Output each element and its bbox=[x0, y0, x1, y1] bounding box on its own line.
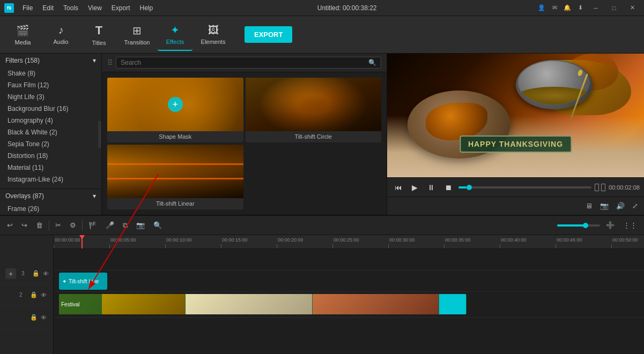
notification-icon[interactable]: 🔔 bbox=[562, 3, 572, 13]
zoom-in-button[interactable]: ➕ bbox=[603, 220, 617, 231]
message-icon[interactable]: ✉ bbox=[550, 3, 559, 13]
filter-distortion[interactable]: Distortion (18) bbox=[0, 150, 101, 162]
prev-button[interactable]: ⏮ bbox=[391, 182, 405, 193]
menu-view[interactable]: View bbox=[84, 3, 106, 13]
mic-button[interactable]: 🎤 bbox=[103, 220, 117, 231]
menu-tools[interactable]: Tools bbox=[59, 3, 83, 13]
effect-shape-mask-thumb: + bbox=[107, 78, 243, 131]
clip-effect-icon: ✦ bbox=[62, 278, 66, 284]
minimize-button[interactable]: ─ bbox=[588, 3, 603, 13]
filter-night-life[interactable]: Night Life (3) bbox=[0, 91, 101, 103]
track-2-lock-icon[interactable]: 🔒 bbox=[30, 291, 38, 298]
fullscreen-icon[interactable]: ⤢ bbox=[631, 200, 640, 212]
pause-button[interactable]: ⏸ bbox=[424, 182, 438, 193]
overlays-header[interactable]: Overlays (87) ▾ bbox=[0, 189, 101, 203]
redo-button[interactable]: ↪ bbox=[19, 220, 30, 231]
ruler-line-1 bbox=[109, 244, 110, 248]
filters-collapse-icon: ▾ bbox=[93, 57, 96, 64]
titlebar-left: f9 File Edit Tools View Export Help bbox=[4, 3, 157, 13]
menu-file[interactable]: File bbox=[18, 3, 37, 13]
playback-controls: ⏮ ▶ ⏸ ⏹ 00:00:02:08 bbox=[387, 177, 644, 197]
preview-video: HAPPY THANKSGIVING bbox=[387, 54, 644, 177]
toolbar-elements[interactable]: 🖼 Elements bbox=[196, 19, 231, 51]
clip-festival[interactable]: Festival bbox=[59, 294, 467, 314]
progress-handle[interactable] bbox=[467, 185, 472, 190]
cut-button[interactable]: ✂ bbox=[53, 220, 64, 231]
effects-label: Effects bbox=[166, 39, 184, 45]
delete-button[interactable]: 🗑 bbox=[33, 220, 46, 231]
ruler-line-5 bbox=[332, 244, 333, 248]
playhead-triangle bbox=[79, 235, 85, 239]
effect-add-icon: + bbox=[168, 97, 183, 112]
track-1-visible-icon[interactable]: 👁 bbox=[41, 314, 47, 321]
track-visible-icon[interactable]: 👁 bbox=[43, 270, 49, 277]
stop-button[interactable]: ⏹ bbox=[441, 182, 455, 193]
snapshot-button[interactable]: 📷 bbox=[134, 220, 147, 231]
filter-black-white[interactable]: Black & White (2) bbox=[0, 126, 101, 138]
track-1-lock-icon[interactable]: 🔒 bbox=[30, 314, 38, 321]
effects-panel: ⠿ 🔍 + Shape Mask Tilt-shift Circle bbox=[102, 54, 387, 215]
filters-header[interactable]: Filters (158) ▾ bbox=[0, 54, 101, 67]
progress-bar[interactable] bbox=[458, 186, 591, 189]
close-button[interactable]: ✕ bbox=[625, 3, 640, 13]
filter-background-blur[interactable]: Background Blur (16) bbox=[0, 103, 101, 115]
toolbar-effects[interactable]: ✦ Effects bbox=[158, 19, 193, 51]
effect-shape-mask[interactable]: + Shape Mask bbox=[107, 78, 243, 142]
toolbar-titles[interactable]: T Titles bbox=[82, 19, 116, 51]
toolbar-media[interactable]: 🎬 Media bbox=[5, 19, 40, 51]
volume-icon[interactable]: 🔊 bbox=[615, 200, 626, 212]
screen-icon[interactable]: 🖥 bbox=[584, 200, 594, 212]
menu-help[interactable]: Help bbox=[136, 3, 158, 13]
ruler-mark-3: 00:00:15:00 bbox=[221, 235, 248, 248]
copy-button[interactable]: ⧉ bbox=[120, 220, 130, 231]
account-icon[interactable]: 👤 bbox=[537, 3, 546, 13]
export-button[interactable]: EXPORT bbox=[245, 26, 292, 43]
panel-collapse-button[interactable]: ◂ bbox=[98, 121, 102, 148]
clip-tilt-shift-linear[interactable]: ✦ Tilt-shift Line bbox=[59, 273, 107, 290]
filter-material[interactable]: Material (11) bbox=[0, 162, 101, 174]
track-2-visible-icon[interactable]: 👁 bbox=[41, 292, 47, 298]
preview-area: HAPPY THANKSGIVING bbox=[387, 54, 644, 177]
effect-tilt-shift-linear[interactable]: Tilt-shift Linear bbox=[107, 145, 243, 209]
ruler-mark-8: 00:00:40:00 bbox=[500, 235, 527, 248]
playhead[interactable] bbox=[82, 235, 83, 248]
effects-toolbar: ⠿ 🔍 bbox=[102, 54, 387, 72]
adjust-button[interactable]: ⚙ bbox=[67, 220, 79, 231]
ruler-line-10 bbox=[611, 244, 612, 248]
effect-tilt-shift-circle-label: Tilt-shift Circle bbox=[246, 131, 382, 142]
zoom-track[interactable] bbox=[557, 224, 600, 227]
filter-shake[interactable]: Shake (8) bbox=[0, 67, 101, 79]
menu-bar: File Edit Tools View Export Help bbox=[18, 3, 157, 13]
search-input[interactable] bbox=[121, 59, 368, 66]
effects-grid: + Shape Mask Tilt-shift Circle Tilt-shif… bbox=[102, 72, 387, 215]
camera-icon[interactable]: 📷 bbox=[598, 200, 610, 212]
add-track-button[interactable]: + bbox=[5, 268, 16, 279]
titles-label: Titles bbox=[92, 40, 106, 46]
filter-sepia-tone[interactable]: Sepia Tone (2) bbox=[0, 138, 101, 150]
effect-tilt-shift-circle-thumb bbox=[246, 78, 382, 131]
maximize-button[interactable]: □ bbox=[606, 3, 621, 13]
filter-instagram-like[interactable]: Instagram-Like (24) bbox=[0, 174, 101, 185]
toolbar-transition[interactable]: ⊞ Transition bbox=[120, 19, 154, 51]
clip-effect-label: Tilt-shift Line bbox=[69, 278, 99, 284]
elements-label: Elements bbox=[201, 39, 226, 45]
media-label: Media bbox=[15, 39, 31, 46]
more-options-button[interactable]: ⋮⋮ bbox=[620, 220, 640, 231]
undo-button[interactable]: ↩ bbox=[4, 220, 16, 231]
filter-faux-film[interactable]: Faux Film (12) bbox=[0, 79, 101, 91]
toolbar-audio[interactable]: ♪ Audio bbox=[43, 19, 78, 51]
menu-edit[interactable]: Edit bbox=[38, 3, 58, 13]
effect-tilt-shift-circle[interactable]: Tilt-shift Circle bbox=[246, 78, 382, 142]
download-icon[interactable]: ⬇ bbox=[575, 3, 585, 13]
zoom-out-button[interactable]: 🔍 bbox=[151, 220, 165, 231]
search-icon[interactable]: 🔍 bbox=[368, 59, 376, 66]
menu-export[interactable]: Export bbox=[107, 3, 135, 13]
track-lock-icon[interactable]: 🔒 bbox=[32, 270, 40, 277]
progress-fill bbox=[458, 186, 467, 189]
bookmark-button[interactable]: 🏴 bbox=[86, 220, 100, 231]
filter-lomography[interactable]: Lomography (4) bbox=[0, 115, 101, 126]
ruler-mark-1: 00:00:05:00 bbox=[109, 235, 136, 248]
zoom-handle[interactable] bbox=[583, 223, 588, 228]
filter-frame[interactable]: Frame (26) bbox=[0, 203, 101, 215]
play-button[interactable]: ▶ bbox=[409, 182, 421, 193]
